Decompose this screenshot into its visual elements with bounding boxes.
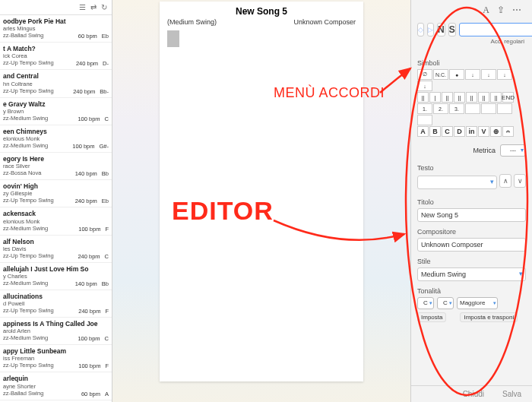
symbol-button[interactable]: ↓ [481, 69, 496, 80]
chord-input[interactable] [459, 23, 532, 36]
key-to-select[interactable]: C [437, 297, 454, 309]
song-list-item[interactable]: arlequinayne Shorterzz-Ballad Swing60 bp… [0, 372, 112, 400]
song-composer: ayne Shorter [3, 383, 109, 390]
symbol-button[interactable]: N.C. [433, 69, 448, 80]
sharp-button[interactable]: S [448, 23, 456, 36]
chiudi-button[interactable]: Chiudi [463, 390, 484, 398]
symbol-button[interactable]: || [466, 92, 477, 103]
song-list-item[interactable]: t A Match?ick Coreazz-Up Tempo Swing240 … [0, 43, 112, 70]
symbol-button[interactable]: V [478, 126, 489, 137]
salva-button[interactable]: Salva [502, 390, 521, 398]
page-composer: Unknown Composer [293, 18, 356, 26]
compositore-input[interactable]: Unknown Composer [417, 238, 526, 252]
song-list-item[interactable]: oodbye Pork Pie Hatarles Minguszz-Ballad… [0, 15, 112, 43]
song-list-item[interactable]: and Centralhn Coltranezz-Up Tempo Swing2… [0, 70, 112, 97]
symbol-button[interactable]: ↓ [465, 69, 480, 80]
symbol-button[interactable]: 3. [449, 103, 464, 114]
song-meta: 100 bpmC [78, 116, 109, 122]
song-title: and Central [3, 72, 109, 80]
song-list-item[interactable]: allelujah I Just Love Him Soy Charleszz-… [0, 263, 112, 290]
page-title: New Song 5 [167, 6, 356, 17]
symbol-button[interactable]: ⊕ [490, 126, 502, 137]
symbol-button[interactable]: 1. [417, 103, 432, 114]
song-composer: les Davis [3, 245, 109, 252]
song-list-item[interactable]: alf Nelsonles Daviszz-Up Tempo Swing240 … [0, 236, 112, 263]
symbol-button[interactable]: END [502, 92, 514, 103]
song-list-item[interactable]: oovin' Highzy Gillespiezz-Up Tempo Swing… [0, 180, 112, 207]
symbol-button[interactable] [497, 103, 512, 114]
song-composer: y Charles [3, 273, 109, 280]
tonalita-label: Tonalità [417, 287, 526, 295]
symbol-button[interactable]: || [478, 92, 489, 103]
symbol-button[interactable]: ↓ [417, 81, 432, 91]
list-icon[interactable]: ☰ [79, 3, 86, 11]
testo-down-button[interactable]: ∨ [514, 174, 526, 188]
prev-chord-button[interactable]: ◇ [417, 23, 424, 36]
chord-block-placeholder[interactable] [167, 30, 179, 47]
testo-select[interactable] [417, 176, 497, 189]
song-title: allelujah I Just Love Him So [3, 265, 109, 273]
symbol-button[interactable]: ↓ [497, 69, 512, 80]
stile-select[interactable]: Medium Swing [417, 267, 526, 281]
symbol-button[interactable]: || [442, 92, 453, 103]
symbol-row-3: 1.2.3. [417, 103, 526, 125]
shuffle-icon[interactable]: ⇄ [90, 3, 97, 11]
symbol-button[interactable]: || [454, 92, 465, 103]
song-composer: elonious Monk [3, 218, 109, 225]
song-list-item[interactable]: allucinationsd Powellzz-Up Tempo Swing24… [0, 290, 112, 318]
stile-label: Stile [417, 258, 526, 265]
song-meta: 100 bpmG#- [72, 143, 109, 150]
imposta-trasponi-button[interactable]: Imposta e trasponi [460, 312, 518, 322]
song-meta: 240 bpmC [78, 253, 109, 260]
testo-up-button[interactable]: ∧ [499, 174, 511, 188]
symbol-button[interactable]: || [490, 92, 502, 103]
symbol-button[interactable]: ∅ [417, 69, 432, 80]
more-icon[interactable]: ⋯ [512, 5, 521, 16]
editor-page[interactable]: New Song 5 (Medium Swing) Unknown Compos… [160, 2, 363, 381]
song-meta: 60 bpmA [81, 391, 109, 397]
symbol-button[interactable]: D [454, 126, 465, 137]
song-list-item[interactable]: e Gravy Waltzy Brownzz-Medium Swing100 b… [0, 98, 112, 125]
song-title: t A Match? [3, 45, 109, 52]
song-list-item[interactable]: appiness Is A Thing Called Joearold Arle… [0, 318, 112, 345]
titolo-input[interactable]: New Song 5 [417, 208, 526, 222]
song-title: allucinations [3, 293, 109, 300]
symbol-button[interactable]: | [429, 92, 441, 103]
song-list-item[interactable]: appy Little Sunbeamiss Freemanzz-Up Temp… [0, 345, 112, 372]
symbol-button[interactable]: C [442, 126, 453, 137]
key-from-select[interactable]: C [417, 297, 434, 309]
symbol-button[interactable]: || [417, 92, 429, 103]
song-composer: zy Gillespie [3, 190, 109, 197]
song-meta: 100 bpmF [78, 226, 109, 233]
chord-help-label: Acc. regolari [491, 38, 524, 45]
symbol-button[interactable]: B [429, 126, 441, 137]
symbol-row-2: |||||||||||||END [417, 92, 526, 103]
symbol-button[interactable]: ● [449, 69, 464, 80]
song-title: egory Is Here [3, 155, 109, 163]
next-chord-button[interactable]: ▷ [427, 23, 434, 36]
song-title: oodbye Pork Pie Hat [3, 17, 109, 25]
song-list-item[interactable]: egory Is Hererace Silverzz-Bossa Nova140… [0, 153, 112, 180]
compositore-value: Unknown Composer [421, 241, 483, 248]
text-tool-icon[interactable]: A [483, 5, 489, 16]
song-list-item[interactable]: een Chimneyselonious Monkzz-Medium Swing… [0, 125, 112, 153]
stile-value: Medium Swing [421, 271, 466, 278]
metrica-select[interactable]: --- [500, 144, 526, 157]
song-list-item[interactable]: ackensackelonious Monkzz-Medium Swing100… [0, 207, 112, 235]
repeat-icon[interactable]: ↻ [101, 3, 107, 11]
symbol-button[interactable]: 𝄐 [502, 126, 514, 137]
song-title: een Chimneys [3, 128, 109, 135]
song-meta: 100 bpmF [78, 362, 109, 369]
symbol-button[interactable] [417, 115, 432, 125]
symbol-button[interactable] [465, 103, 480, 114]
symbol-button[interactable] [481, 103, 496, 114]
symbol-button[interactable]: in [466, 126, 477, 137]
imposta-button[interactable]: Imposta [417, 312, 446, 322]
symbol-button[interactable]: A [417, 126, 429, 137]
symbol-button[interactable]: 2. [433, 103, 448, 114]
song-title: e Gravy Waltz [3, 100, 109, 108]
simboli-label: Simboli [417, 59, 526, 67]
natural-button[interactable]: N [437, 23, 445, 36]
share-icon[interactable]: ⇪ [497, 5, 505, 16]
mode-select[interactable]: Maggiore [457, 297, 498, 309]
